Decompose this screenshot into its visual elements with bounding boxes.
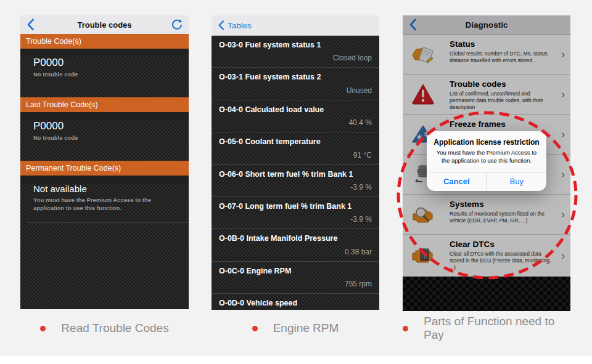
chevron-left-icon xyxy=(218,20,224,30)
bottom-white-strip xyxy=(0,356,592,364)
table-row[interactable]: O-07-0 Long term fuel % trim Bank 1 -3.9… xyxy=(212,197,379,229)
table-row[interactable]: O-06-0 Short term fuel % trim Bank 1 -3.… xyxy=(212,165,379,197)
section-last-trouble-codes[interactable]: P0000 No trouble code xyxy=(20,120,189,161)
table-row[interactable]: O-03-0 Fuel system status 1 Closed loop xyxy=(212,36,379,68)
back-button[interactable] xyxy=(408,18,417,31)
trouble-codes-screen: Trouble codes Trouble Code(s) P0000 No t… xyxy=(20,15,189,309)
dialog-body: You must have the Premium Access to the … xyxy=(427,149,546,172)
chevron-right-icon: › xyxy=(561,128,565,141)
caption-engine-rpm: Engine RPM xyxy=(212,319,379,338)
pid-value: 755 rpm xyxy=(345,280,372,288)
trouble-code-value: P0000 xyxy=(33,57,189,69)
status-icon xyxy=(410,41,436,67)
diagnostic-screen: Diagnostic Status Global results: number… xyxy=(403,15,570,311)
red-bullet-icon xyxy=(403,326,408,331)
dialog-title: Application license restriction xyxy=(427,131,546,149)
caption-label: Engine RPM xyxy=(273,322,339,335)
systems-icon xyxy=(410,201,436,227)
pid-value: Unused xyxy=(347,86,372,95)
navbar: Trouble codes xyxy=(20,15,189,34)
menu-item-clear-dtcs[interactable]: Clear DTCs Clear all DTCs with the assoc… xyxy=(403,235,570,277)
menu-item-status[interactable]: Status Global results: number of DTC, MI… xyxy=(403,34,570,75)
chevron-left-icon xyxy=(408,18,417,31)
caption-parts-need-pay: Parts of Function need to Pay xyxy=(403,319,570,338)
table-row[interactable]: O-0D-0 Vehicle speed xyxy=(212,294,379,310)
license-restriction-dialog: Application license restriction You must… xyxy=(427,131,546,191)
tables-screen: Tables O-03-0 Fuel system status 1 Close… xyxy=(212,15,379,310)
caption-read-trouble-codes: Read Trouble Codes xyxy=(20,319,189,338)
section-header-last-trouble-codes: Last Trouble Code(s) xyxy=(20,97,189,112)
refresh-icon xyxy=(171,18,183,31)
menu-item-trouble-codes[interactable]: Trouble codes List of confirmed, unconfi… xyxy=(403,75,570,115)
page-title: Trouble codes xyxy=(77,20,131,30)
caption-label: Parts of Function need to Pay xyxy=(424,315,570,342)
table-row[interactable]: O-03-1 Fuel system status 2 Unused xyxy=(212,68,379,100)
table-row[interactable]: O-0B-0 Intake Manifold Pressure 0.38 bar xyxy=(212,229,379,261)
table-row[interactable]: O-0C-0 Engine RPM 755 rpm xyxy=(212,262,379,294)
chevron-right-icon: › xyxy=(561,88,565,101)
pid-value: Closed loop xyxy=(333,54,372,62)
pid-value: 0.38 bar xyxy=(345,248,372,256)
chevron-left-icon xyxy=(26,18,35,31)
pid-value: 91 °C xyxy=(353,151,372,160)
clear-dtcs-icon xyxy=(410,241,436,267)
caption-label: Read Trouble Codes xyxy=(61,322,168,335)
last-trouble-code-desc: No trouble code xyxy=(33,134,160,142)
menu-item-systems[interactable]: Systems Results of monitored system fitt… xyxy=(403,195,570,235)
table-row[interactable]: O-04-0 Calculated load value 40.4 % xyxy=(212,100,379,132)
section-header-permanent-trouble-codes: Permanent Trouble Code(s) xyxy=(20,161,189,176)
buy-button[interactable]: Buy xyxy=(487,172,547,191)
chevron-right-icon: › xyxy=(561,168,565,181)
red-bullet-icon xyxy=(252,326,258,331)
back-label: Tables xyxy=(228,21,252,30)
table-row[interactable]: O-05-0 Coolant temperature 91 °C xyxy=(212,132,379,164)
back-button[interactable] xyxy=(26,18,35,31)
back-button[interactable]: Tables xyxy=(218,20,252,30)
chevron-right-icon: › xyxy=(561,249,565,262)
divider xyxy=(27,222,189,223)
pid-value: -3.9 % xyxy=(350,215,372,224)
warning-triangle-icon xyxy=(410,81,436,107)
chevron-right-icon: › xyxy=(561,208,565,221)
page: Trouble codes Trouble Code(s) P0000 No t… xyxy=(0,0,592,364)
red-bullet-icon xyxy=(40,326,46,331)
permanent-code-desc: You must have the Premium Access to the … xyxy=(33,196,160,212)
pid-value: 40.4 % xyxy=(349,118,372,127)
last-trouble-code-value: P0000 xyxy=(33,120,189,132)
permanent-code-value: Not available xyxy=(33,184,189,194)
dialog-buttons: Cancel Buy xyxy=(427,172,546,191)
section-trouble-codes[interactable]: P0000 No trouble code xyxy=(20,57,189,97)
screen-bottom-filler xyxy=(403,277,570,311)
section-permanent-trouble-codes[interactable]: Not available You must have the Premium … xyxy=(20,184,189,309)
chevron-right-icon: › xyxy=(561,48,565,61)
section-header-trouble-codes: Trouble Code(s) xyxy=(20,34,189,49)
pid-value: -3.9 % xyxy=(350,183,372,192)
refresh-button[interactable] xyxy=(171,18,183,31)
pid-list: O-03-0 Fuel system status 1 Closed loop … xyxy=(212,36,379,310)
cancel-button[interactable]: Cancel xyxy=(427,172,487,191)
page-title: Diagnostic xyxy=(465,20,508,30)
navbar: Diagnostic xyxy=(403,15,570,34)
trouble-code-desc: No trouble code xyxy=(33,70,160,78)
navbar: Tables xyxy=(212,15,379,36)
